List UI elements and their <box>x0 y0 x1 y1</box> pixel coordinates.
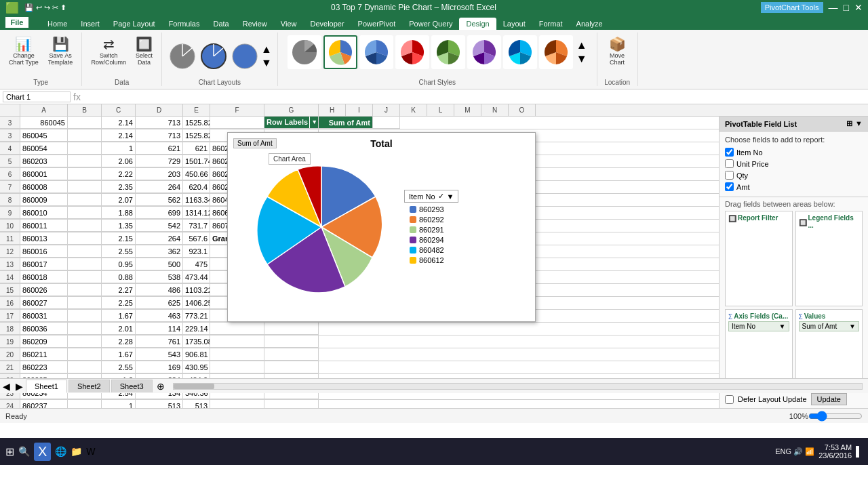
row-filter-icon[interactable]: ▼ <box>309 117 319 129</box>
cell-A8[interactable]: 860009 <box>20 194 68 206</box>
pivot-layout-icon[interactable]: ⊞ <box>846 119 852 128</box>
cell-B3[interactable] <box>68 129 102 142</box>
cell-C24[interactable]: 1 <box>102 400 136 408</box>
col-I[interactable]: I <box>346 104 373 116</box>
layout-swatch-3[interactable] <box>230 41 260 71</box>
cell-E4[interactable]: 621 <box>183 142 210 155</box>
layout-swatch-1[interactable] <box>167 41 197 71</box>
defer-checkbox[interactable] <box>725 395 734 404</box>
window-controls[interactable]: PivotChart Tools — □ ✕ <box>761 2 863 13</box>
cell-B6[interactable] <box>68 168 102 180</box>
horizontal-scrollbar[interactable] <box>173 383 863 390</box>
tab-home[interactable]: Home <box>41 18 74 30</box>
cell-C21[interactable]: 2.55 <box>102 361 136 373</box>
style-scroll-down[interactable]: ▼ <box>576 53 587 65</box>
cell-A3[interactable]: 860045 <box>20 117 68 129</box>
style-swatch-5[interactable] <box>431 35 465 69</box>
sheet-tab-1[interactable]: Sheet1 <box>26 380 67 393</box>
tab-format[interactable]: Format <box>532 18 570 30</box>
field-checkbox-qty[interactable] <box>725 171 734 180</box>
col-F[interactable]: F <box>210 104 264 116</box>
axis-field-item-no[interactable]: Item No ▼ <box>728 321 789 331</box>
switch-row-col-btn[interactable]: ⇄ SwitchRow/Column <box>87 35 130 68</box>
col-K[interactable]: K <box>400 104 427 116</box>
field-checkbox-itemno[interactable] <box>725 148 734 157</box>
tab-scroll-right[interactable]: ▶ <box>13 381 26 392</box>
cell-B21[interactable] <box>68 361 102 373</box>
cell-G20[interactable] <box>264 348 319 361</box>
tab-analyze[interactable]: Analyze <box>570 18 610 30</box>
cell-B4[interactable] <box>68 142 102 155</box>
tab-view[interactable]: View <box>274 18 304 30</box>
taskbar-chrome[interactable]: 🌐 <box>55 446 66 457</box>
cell-A10[interactable]: 860011 <box>20 220 68 232</box>
file-tab[interactable]: File <box>5 17 29 28</box>
cell-C14[interactable]: 0.88 <box>102 271 136 283</box>
cell-C15[interactable]: 2.27 <box>102 284 136 296</box>
cell-E6[interactable]: 450.66 <box>183 168 210 180</box>
col-A[interactable]: A <box>20 104 68 116</box>
report-filter-drop[interactable] <box>728 223 789 243</box>
field-checkbox-amt[interactable] <box>725 182 734 191</box>
item-no-arrow[interactable]: ▼ <box>447 192 454 201</box>
cell-A6[interactable]: 860001 <box>20 168 68 180</box>
minimize-btn[interactable]: — <box>829 2 838 13</box>
cell-B3[interactable] <box>68 117 102 129</box>
cell-A20[interactable]: 860211 <box>20 348 68 361</box>
cell-E21[interactable]: 430.95 <box>183 361 210 373</box>
change-chart-type-btn[interactable]: 📊 ChangeChart Type <box>5 35 42 68</box>
style-swatch-6[interactable] <box>467 35 501 69</box>
close-btn[interactable]: ✕ <box>854 2 863 13</box>
col-C[interactable]: C <box>102 104 136 116</box>
tab-page-layout[interactable]: Page Layout <box>106 18 162 30</box>
col-E[interactable]: E <box>183 104 210 116</box>
pivot-row-labels[interactable]: Row Labels ▼ <box>264 117 319 129</box>
cell-A3[interactable]: 860045 <box>20 129 68 142</box>
cell-E24[interactable]: 513 <box>183 400 210 408</box>
cell-A14[interactable]: 860018 <box>20 271 68 283</box>
cell-C9[interactable]: 1.88 <box>102 207 136 219</box>
cell-H3[interactable] <box>373 117 400 129</box>
cell-C16[interactable]: 2.25 <box>102 297 136 309</box>
pivot-sum-of-amt[interactable]: Sum of Amt <box>319 117 373 129</box>
cell-C5[interactable]: 2.06 <box>102 155 136 167</box>
tab-powerpivot[interactable]: PowerPivot <box>351 18 403 30</box>
tab-design[interactable]: Design <box>459 18 496 30</box>
cell-B24[interactable] <box>68 400 102 408</box>
tab-layout[interactable]: Layout <box>496 18 532 30</box>
cell-D3[interactable]: 713 <box>136 129 183 142</box>
style-scroll-up[interactable]: ▲ <box>576 39 587 52</box>
cell-C12[interactable]: 2.55 <box>102 245 136 258</box>
tab-insert[interactable]: Insert <box>74 18 106 30</box>
cell-E11[interactable]: 567.6 <box>183 232 210 245</box>
tab-developer[interactable]: Developer <box>303 18 351 30</box>
legend-fields-drop[interactable] <box>799 230 860 251</box>
cell-F19[interactable] <box>210 336 264 348</box>
cell-E16[interactable]: 1406.25 <box>183 297 210 309</box>
values-arrow[interactable]: ▼ <box>849 323 856 330</box>
values-sum-of-amt[interactable]: Sum of Amt ▼ <box>799 321 860 331</box>
col-B[interactable]: B <box>68 104 102 116</box>
style-swatch-1[interactable] <box>288 35 321 69</box>
cell-A7[interactable]: 860008 <box>20 181 68 193</box>
restore-btn[interactable]: □ <box>844 2 849 13</box>
cell-A5[interactable]: 860203 <box>20 155 68 167</box>
taskbar-files[interactable]: 📁 <box>71 446 82 457</box>
cell-D21[interactable]: 169 <box>136 361 183 373</box>
cell-C3[interactable]: 2.14 <box>102 117 136 129</box>
cell-F18[interactable] <box>210 323 264 335</box>
cell-C7[interactable]: 2.35 <box>102 181 136 193</box>
col-G[interactable]: G <box>264 104 319 116</box>
col-L[interactable]: L <box>427 104 454 116</box>
item-no-header[interactable]: Item No ✓ ▼ <box>404 190 458 203</box>
sheet-tab-2[interactable]: Sheet2 <box>68 380 110 392</box>
cell-E3[interactable]: 1525.82 <box>183 117 210 129</box>
cell-E8[interactable]: 1163.34 <box>183 194 210 206</box>
col-N[interactable]: N <box>481 104 509 116</box>
cell-E19[interactable]: 1735.08 <box>183 336 210 348</box>
save-as-template-btn[interactable]: 💾 Save AsTemplate <box>45 35 77 68</box>
cell-D6[interactable]: 203 <box>136 168 183 180</box>
cell-D5[interactable]: 729 <box>136 155 183 167</box>
cell-D20[interactable]: 543 <box>136 348 183 361</box>
pivot-close-icon[interactable]: ▼ <box>855 119 863 128</box>
